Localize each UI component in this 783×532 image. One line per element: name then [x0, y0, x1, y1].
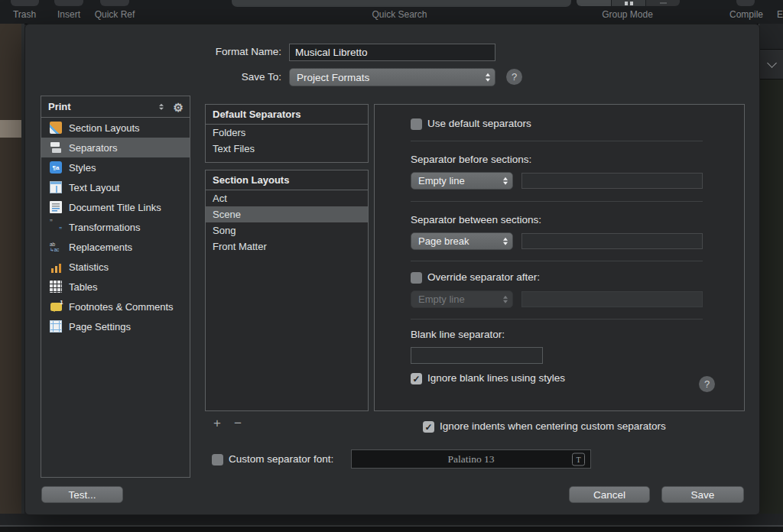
custom-separator-font-checkbox[interactable] [212, 454, 223, 466]
save-to-value: Project Formats [297, 72, 369, 83]
chevron-updown-icon [503, 237, 508, 245]
footer-edge [0, 527, 783, 532]
sidebar-item-document-title-links[interactable]: Document Title Links [41, 197, 190, 217]
list-item-text-files[interactable]: Text Files [206, 141, 368, 157]
blank-line-separator-input[interactable] [411, 347, 543, 364]
format-name-input[interactable] [289, 44, 495, 61]
inspector-strip [759, 24, 783, 532]
sidebar-item-label: Page Settings [69, 321, 131, 332]
sidebar-item-label: Footnotes & Comments [69, 301, 174, 313]
group-mode-document-segment[interactable] [577, 0, 611, 6]
app-window: Trash Insert Quick Ref Behind the Kitche… [0, 0, 783, 532]
list-item-song[interactable]: Song [206, 222, 368, 238]
quick-ref-label: Quick Ref [89, 9, 141, 20]
format-target-value: Print [48, 101, 71, 112]
use-default-separators-checkbox[interactable] [411, 118, 422, 130]
divider [411, 319, 703, 320]
separator-between-custom-field[interactable] [521, 233, 703, 249]
separator-before-custom-field[interactable] [521, 173, 703, 189]
separator-before-label: Separator before sections: [411, 154, 531, 166]
gear-icon[interactable]: ⚙ [174, 101, 184, 112]
list-item-act[interactable]: Act [206, 190, 368, 206]
sidebar-item-label: Replacements [69, 242, 132, 253]
sidebar-item-section-layouts[interactable]: Section Layouts [41, 118, 190, 138]
divider [411, 201, 703, 202]
sidebar-item-page-settings[interactable]: Page Settings [41, 316, 190, 336]
clipped-toolbar-label: E [777, 9, 783, 20]
cancel-button[interactable]: Cancel [569, 486, 650, 503]
separator-between-label: Separator between sections: [411, 214, 541, 226]
divider [411, 261, 703, 261]
separator-between-select[interactable]: Page break [411, 232, 513, 250]
format-name-label: Format Name: [125, 46, 281, 58]
sidebar-item-statistics[interactable]: Statistics [41, 257, 190, 277]
format-target-select[interactable]: Print ⚙ [41, 96, 190, 118]
default-separators-header: Default Separators [206, 105, 368, 125]
separator-between-value: Page break [418, 235, 469, 247]
custom-separator-font-button[interactable]: Palatino 13 T [351, 449, 591, 469]
sidebar-item-transformations[interactable]: ” ” Transformations [41, 217, 190, 237]
binder-selected-row [0, 120, 21, 138]
override-separator-label: Override separator after: [427, 271, 540, 284]
sidebar-item-label: Document Title Links [69, 202, 161, 213]
transformations-icon: ” ” [50, 221, 62, 233]
checkmark-icon: ✓ [424, 423, 432, 432]
ignore-blank-lines-checkbox[interactable]: ✓ [411, 373, 422, 384]
statistics-icon [50, 261, 62, 273]
save-to-help-button[interactable]: ? [506, 69, 522, 85]
sidebar-item-replacements[interactable]: ab ↳ac Replacements [41, 237, 190, 257]
group-mode-corkboard-segment[interactable] [612, 0, 645, 6]
list-item-folders[interactable]: Folders [206, 125, 368, 141]
sidebar-item-tables[interactable]: Tables [41, 277, 190, 297]
sidebar-item-label: Separators [69, 142, 118, 154]
question-icon: ? [512, 71, 517, 83]
quick-search-input[interactable]: Behind the Kitchen [232, 0, 571, 7]
sidebar-item-label: Transformations [69, 222, 140, 233]
sidebar-item-styles[interactable]: ¶a Styles [41, 157, 190, 177]
trash-button[interactable] [11, 0, 39, 6]
separator-before-select[interactable]: Empty line [411, 172, 513, 190]
text-layout-icon [50, 181, 62, 193]
ignore-indents-checkbox[interactable]: ✓ [423, 421, 434, 433]
blank-line-separator-label: Blank line separator: [411, 329, 505, 341]
separators-help-button[interactable]: ? [699, 376, 715, 392]
sidebar-item-label: Statistics [69, 261, 109, 273]
chevron-down-icon [767, 58, 777, 68]
override-separator-value: Empty line [418, 294, 465, 305]
save-button[interactable]: Save [661, 486, 744, 503]
paintbrush-icon [50, 122, 62, 134]
list-item-scene[interactable]: Scene [206, 206, 368, 222]
quick-ref-button[interactable] [100, 0, 129, 6]
ignore-blank-lines-label: Ignore blank lines using styles [427, 372, 565, 384]
remove-button[interactable]: − [230, 417, 245, 430]
override-separator-checkbox[interactable] [411, 272, 422, 284]
outline-icon [660, 2, 667, 4]
compile-button[interactable] [736, 0, 755, 6]
binder-sidebar [0, 24, 21, 525]
sidebar-item-separators[interactable]: Separators [41, 138, 190, 157]
format-options-sidebar: Print ⚙ Section Layouts Separators ¶a St… [41, 96, 190, 478]
save-to-label: Save To: [125, 71, 281, 83]
tables-icon [50, 281, 62, 293]
insert-button[interactable] [54, 0, 83, 6]
checkmark-icon: ✓ [412, 375, 420, 384]
sidebar-item-footnotes-comments[interactable]: 1 Footnotes & Comments [41, 297, 190, 316]
group-mode-outline-segment[interactable] [646, 0, 680, 6]
override-separator-select[interactable]: Empty line [411, 290, 513, 308]
add-button[interactable]: + [210, 417, 225, 430]
inspector-header [759, 24, 783, 50]
save-to-select[interactable]: Project Formats [289, 68, 495, 86]
test-button[interactable]: Test... [41, 486, 123, 503]
list-item-front-matter[interactable]: Front Matter [206, 238, 368, 255]
chevron-updown-icon [486, 73, 490, 82]
sidebar-item-text-layout[interactable]: Text Layout [41, 177, 190, 197]
styles-icon: ¶a [50, 161, 62, 174]
section-layouts-header: Section Layouts [206, 170, 368, 190]
override-separator-custom-field [521, 291, 703, 307]
corkboard-icon [625, 2, 633, 5]
ignore-indents-label: Ignore indents when centering custom sep… [440, 420, 666, 433]
sidebar-item-label: Section Layouts [69, 122, 140, 134]
main-toolbar: Trash Insert Quick Ref Behind the Kitche… [0, 0, 783, 24]
font-panel-icon: T [572, 453, 585, 466]
inspector-collapse-button[interactable] [759, 50, 783, 79]
